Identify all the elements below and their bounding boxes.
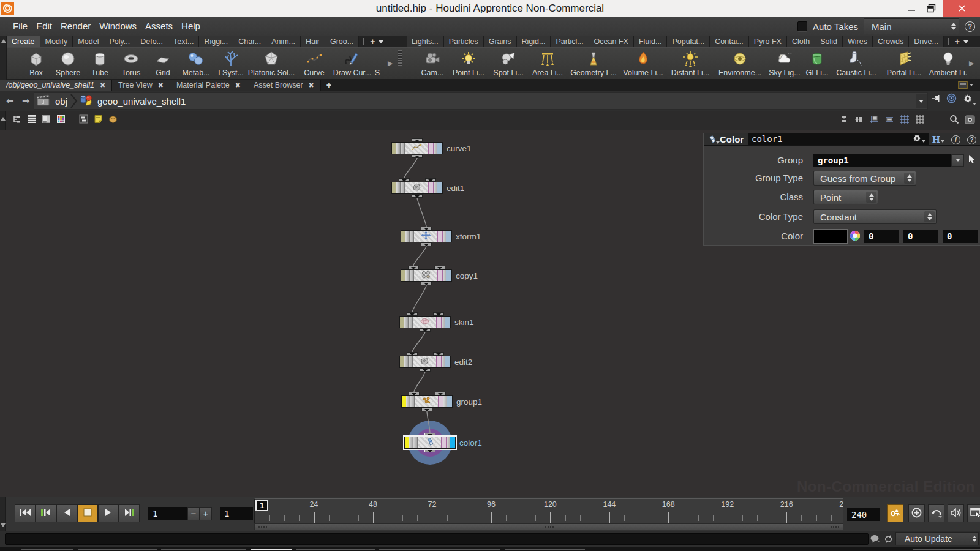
grid-snap-icon[interactable] [900,114,910,126]
node-display-flag[interactable] [446,270,451,281]
shelf-divider-grip[interactable] [397,37,403,78]
node-flag-segment[interactable] [409,437,413,448]
playbar-options-button[interactable] [967,504,980,522]
pin-icon[interactable] [931,94,940,105]
tool-pointli[interactable]: Point Li... [446,47,491,80]
node-output-connector[interactable] [420,328,431,332]
node-flag-segment[interactable] [406,396,410,407]
next-key-button[interactable] [119,504,140,522]
node-template-flag[interactable] [402,396,406,407]
menu-render[interactable]: Render [56,17,95,36]
menu-file[interactable]: File [9,17,32,36]
gear-icon[interactable] [963,94,976,105]
node-flag-segment[interactable] [437,270,443,281]
tool-sphere[interactable]: Sphere [53,47,83,80]
scrollbar-grip-icon[interactable] [258,526,267,528]
color-component-2[interactable]: 0 [943,230,978,243]
node-flag-segment[interactable] [438,396,443,407]
node-wire[interactable] [412,285,426,312]
shelf-tab-rigid[interactable]: Rigid... [517,36,551,47]
node-flag-segment[interactable] [410,270,414,281]
undo-button[interactable] [928,504,944,522]
group-input[interactable]: group1 [813,154,951,167]
tool-portalli[interactable]: Portal Li... [880,47,929,80]
node-flag-segment[interactable] [409,317,413,328]
tool-grid[interactable]: Grid [145,47,181,80]
message-bubble-icon[interactable] [870,534,880,545]
node-edit2[interactable]: edit2 [399,356,451,368]
scrollbar-grip-icon[interactable] [545,526,554,528]
node-template-flag[interactable] [392,182,396,193]
shelf-tab-poly[interactable]: Poly... [104,36,135,47]
node-flag-segment[interactable] [401,182,405,193]
node-body[interactable] [391,182,443,194]
node-flag-segment[interactable] [436,356,442,367]
shelf-tab-scroll-grip[interactable] [363,38,366,45]
shelf-tab-fluid[interactable]: Fluid... [634,36,668,47]
tool-skylig[interactable]: Sky Lig... [768,47,801,80]
tool-lsyst[interactable]: LSyst... [211,47,251,80]
node-body[interactable] [399,316,451,328]
node-flag-segment[interactable] [405,270,410,281]
scrollbar-grip-icon[interactable] [831,526,839,528]
menu-help[interactable]: Help [177,17,205,36]
tool-volumeli[interactable]: Volume Li... [617,47,669,80]
tool-s[interactable]: S [368,47,386,80]
take-selector[interactable]: Main [864,18,959,34]
align-horizontal-icon[interactable] [854,115,864,126]
node-flag-segment[interactable] [401,143,405,154]
shelf-tab-hair[interactable]: Hair [301,36,325,47]
pane-tab-materialpalette[interactable]: Material Palette✖ [170,80,247,91]
timeline-scrollbar[interactable] [254,523,843,530]
nav-back-button[interactable]: ⬅ [6,96,14,107]
sticky-note-icon[interactable] [94,114,103,126]
shelf-tab-anim[interactable]: Anim... [266,36,301,47]
node-template-flag[interactable] [401,231,405,242]
refresh-icon[interactable] [884,534,893,545]
skip-start-button[interactable] [15,504,36,522]
node-display-flag[interactable] [450,437,455,448]
node-display-flag[interactable] [445,317,450,328]
zoom-icon[interactable] [949,114,959,126]
list-icon[interactable] [27,114,36,126]
node-wire[interactable] [404,158,417,178]
shelf-tab-scroll-grip[interactable] [948,38,951,45]
node-flag-segment[interactable] [396,182,401,193]
shelf-tab-char[interactable]: Char... [233,36,266,47]
pane-tab-objgeoo_univalve_shell1[interactable]: /obj/geoo_univalve_shell1✖ [0,80,112,91]
path-dropdown-button[interactable] [916,94,927,108]
tool-spotli[interactable]: Spot Li... [491,47,526,80]
pane-tab-treeview[interactable]: Tree View✖ [112,80,170,91]
frame-decrement-button[interactable]: − [187,507,200,520]
node-display-flag[interactable] [446,231,451,242]
shelf-tab-overflow-icon[interactable] [963,40,968,43]
pane-tab-close-icon[interactable]: ✖ [158,81,164,89]
node-output-connector[interactable] [412,154,423,158]
take-selector-spinner[interactable] [948,19,959,34]
shelf-tab-particl[interactable]: Particl... [551,36,589,47]
shelf-tab-particles[interactable]: Particles [444,36,484,47]
snap-position-icon[interactable] [869,114,879,126]
node-body[interactable] [401,230,452,242]
node-flag-segment[interactable] [405,231,410,242]
tool-platonicsol[interactable]: Platonic Sol... [251,47,292,80]
shelf-tab-cloth[interactable]: Cloth [787,36,815,47]
node-body[interactable] [391,142,443,154]
restore-button[interactable] [919,0,943,17]
node-edit1[interactable]: edit1 [391,182,443,194]
tool-torus[interactable]: Torus [117,47,145,80]
node-output-connector[interactable] [424,449,435,452]
parm-gear-icon[interactable] [913,134,925,144]
shelf-tab-model[interactable]: Model [73,36,104,47]
node-xform1[interactable]: xform1 [401,230,452,242]
auto-takes-checkbox[interactable] [797,21,807,31]
add-key-button[interactable] [908,504,925,522]
menu-edit[interactable]: Edit [32,17,56,36]
color-wheel-icon[interactable] [850,230,861,245]
set-key-button[interactable] [887,504,903,522]
node-shape-icon[interactable] [79,114,88,126]
color-type-select[interactable]: Constant [813,209,937,224]
snap-size-icon[interactable] [884,115,894,126]
shelf-tab-contai[interactable]: Contai... [710,36,749,47]
shelf-tab-groo[interactable]: Groo... [325,36,359,47]
